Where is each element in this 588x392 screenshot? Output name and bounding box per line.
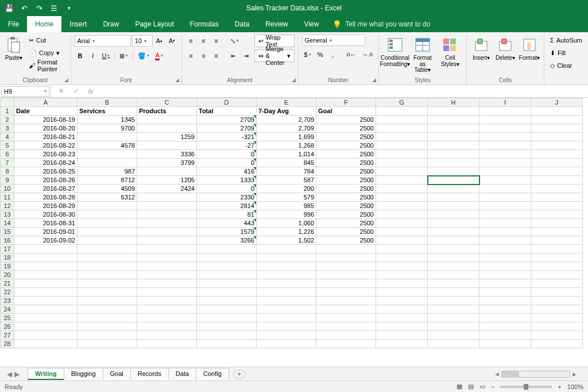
spreadsheet-grid[interactable]: ABCDEFGHIJ1DateServicesProductsTotal7-Da… (0, 98, 588, 348)
cancel-formula-icon[interactable]: ✕ (56, 87, 66, 95)
save-icon[interactable]: 💾 (5, 3, 14, 13)
cell[interactable] (479, 228, 531, 236)
sheet-tab-writing[interactable]: Writing (28, 368, 64, 380)
redo-icon[interactable]: ↷ (34, 3, 44, 13)
number-format-combo[interactable]: General▾ (302, 34, 365, 46)
zoom-in-icon[interactable]: + (558, 383, 561, 390)
cell[interactable] (376, 331, 428, 340)
cell[interactable]: 579 (257, 193, 316, 202)
cell[interactable]: 2016-08-27 (14, 185, 78, 193)
cell[interactable] (479, 279, 531, 288)
cell[interactable] (14, 262, 78, 271)
cell[interactable] (78, 279, 137, 288)
format-cells-button[interactable]: Format▾ (519, 34, 540, 63)
cell[interactable] (428, 322, 479, 331)
touch-mode-icon[interactable]: ☰ (49, 3, 59, 13)
cell[interactable]: 2016-08-24 (14, 159, 78, 167)
add-sheet-button[interactable]: + (233, 370, 246, 379)
cell[interactable]: 845 (257, 159, 316, 167)
align-middle-button[interactable]: ≡ (198, 35, 210, 47)
cell[interactable] (479, 116, 531, 124)
cell[interactable]: 2016-09-01 (14, 228, 78, 236)
cell[interactable]: 1205 (137, 176, 197, 185)
cell[interactable]: Total (197, 107, 257, 116)
cell[interactable]: 0 (197, 150, 257, 159)
row-header[interactable]: 22 (1, 288, 14, 297)
cell[interactable] (479, 314, 531, 322)
cell[interactable]: 1259 (137, 133, 197, 141)
cell[interactable]: 2016-08-30 (14, 210, 78, 219)
cell[interactable] (479, 322, 531, 331)
cell[interactable]: 2500 (316, 210, 376, 219)
cell[interactable] (137, 236, 197, 245)
cell[interactable] (376, 322, 428, 331)
cell[interactable] (78, 271, 137, 279)
cell[interactable] (479, 262, 531, 271)
font-name-combo[interactable]: Arial▾ (75, 35, 131, 47)
cell[interactable] (531, 167, 583, 176)
row-header[interactable]: 19 (1, 262, 14, 271)
cell[interactable] (14, 322, 78, 331)
cell[interactable] (78, 314, 137, 322)
cell[interactable] (257, 279, 316, 288)
name-box[interactable]: H9▾ (1, 86, 49, 97)
cell[interactable] (137, 193, 197, 202)
cell-styles-button[interactable]: Cell Styles▾ (438, 34, 463, 68)
cell[interactable] (428, 305, 479, 314)
cell[interactable] (14, 271, 78, 279)
cell[interactable] (257, 297, 316, 305)
cell[interactable] (428, 245, 479, 253)
cell[interactable] (479, 253, 531, 262)
row-header[interactable]: 7 (1, 159, 14, 167)
ribbon-tab-page-layout[interactable]: Page Layout (127, 16, 181, 32)
cell[interactable]: 9700 (78, 124, 137, 133)
cell[interactable]: 2500 (316, 167, 376, 176)
cell[interactable] (479, 210, 531, 219)
cell[interactable] (137, 253, 197, 262)
cell[interactable] (257, 322, 316, 331)
row-header[interactable]: 28 (1, 340, 14, 348)
zoom-out-icon[interactable]: − (491, 383, 494, 390)
col-header-E[interactable]: E (257, 98, 316, 107)
increase-indent-button[interactable]: ⇥ (241, 50, 252, 62)
col-header-D[interactable]: D (197, 98, 257, 107)
cell[interactable] (428, 185, 479, 193)
ribbon-tab-review[interactable]: Review (257, 16, 296, 32)
cell[interactable] (428, 331, 479, 340)
row-header[interactable]: 20 (1, 271, 14, 279)
cell[interactable] (14, 340, 78, 348)
cell[interactable] (428, 141, 479, 150)
cell[interactable] (316, 262, 376, 271)
cell[interactable] (531, 159, 583, 167)
ribbon-tab-formulas[interactable]: Formulas (182, 16, 227, 32)
cell[interactable] (428, 210, 479, 219)
row-header[interactable]: 1 (1, 107, 14, 116)
cell[interactable] (376, 236, 428, 245)
cell[interactable] (197, 305, 257, 314)
cell[interactable] (479, 150, 531, 159)
cell[interactable] (197, 340, 257, 348)
cell[interactable] (531, 116, 583, 124)
cell[interactable] (197, 314, 257, 322)
qat-dropdown-icon[interactable]: ▾ (64, 3, 74, 13)
cell[interactable] (376, 133, 428, 141)
cell[interactable]: 2016-09-02 (14, 236, 78, 245)
cell[interactable] (428, 167, 479, 176)
align-bottom-button[interactable]: ≡ (211, 35, 222, 47)
cell[interactable] (428, 159, 479, 167)
cell[interactable] (78, 159, 137, 167)
cell[interactable]: 1,502 (257, 236, 316, 245)
cell[interactable] (78, 297, 137, 305)
cell[interactable]: 2500 (316, 176, 376, 185)
cell[interactable]: 2500 (316, 116, 376, 124)
decrease-indent-button[interactable]: ⇤ (228, 50, 239, 62)
cell[interactable] (531, 271, 583, 279)
cell[interactable] (531, 133, 583, 141)
cell[interactable]: 1,060 (257, 219, 316, 228)
cell[interactable] (428, 297, 479, 305)
cell[interactable] (531, 210, 583, 219)
cell[interactable] (197, 331, 257, 340)
cell[interactable] (376, 314, 428, 322)
cell[interactable] (531, 253, 583, 262)
increase-font-button[interactable]: A▴ (154, 35, 165, 47)
